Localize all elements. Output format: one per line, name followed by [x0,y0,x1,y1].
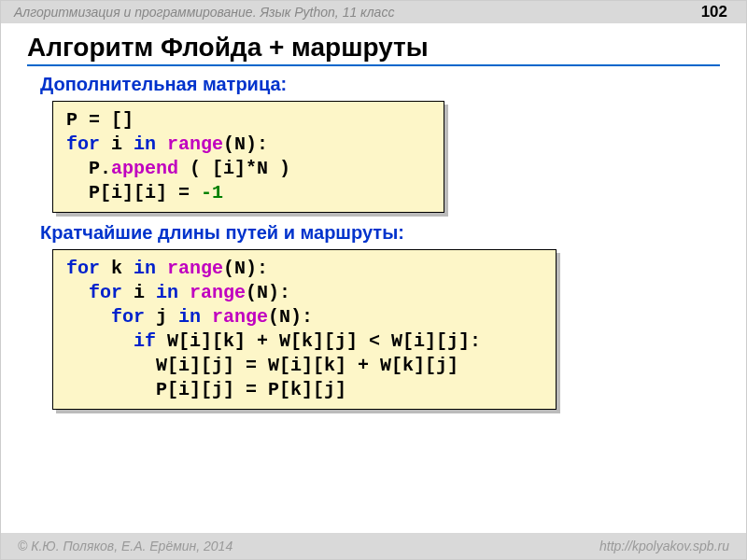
indent [66,306,111,328]
section1-label: Дополнительная матрица: [40,74,746,95]
code-text: P[i][i] = [66,182,201,203]
keyword-for: for [66,133,100,155]
dot: . [100,158,111,179]
code-block-1: P = [] for i in range(N): P.append ( [i]… [52,101,444,213]
footer-bar: © К.Ю. Поляков, Е.А. Ерёмин, 2014 http:/… [1,533,746,559]
func-range: range [212,306,268,328]
footer-authors: © К.Ю. Поляков, Е.А. Ерёмин, 2014 [18,539,233,553]
keyword-for: for [111,306,145,328]
code-text: (N): [268,306,313,328]
code-text [178,282,190,303]
number: -1 [201,182,223,203]
footer-url: http://kpolyakov.spb.ru [599,539,729,553]
code-text: (N): [223,258,268,279]
code-block-2: for k in range(N): for i in range(N): fo… [52,249,557,410]
code-text [201,306,212,328]
code-text: (N): [246,282,290,303]
func-range: range [190,282,246,303]
code-text [156,258,167,279]
keyword-in: in [134,133,156,155]
keyword-for: for [89,282,122,303]
page-number: 102 [701,3,727,21]
code-text: i [122,282,156,303]
code-text: k [100,258,134,279]
code-text: (N): [223,133,268,155]
header-bar: Алгоритмизация и программирование. Язык … [1,1,746,23]
code-block-2-wrap: for k in range(N): for i in range(N): fo… [52,249,557,410]
code-line: P[i][j] = P[k][j] [66,379,346,400]
func-range: range [167,258,223,279]
code-line: P = [] [66,109,134,131]
code-line: W[i][j] = W[i][k] + W[k][j] [66,355,458,376]
func-append: append [111,158,178,179]
slide-title: Алгоритм Флойда + маршруты [27,33,720,66]
indent [66,282,89,303]
keyword-if: if [134,330,156,352]
keyword-in: in [156,282,178,303]
code-text: P [66,158,100,179]
keyword-in: in [178,306,201,328]
keyword-for: for [66,258,100,279]
indent [66,330,134,352]
slide: Алгоритмизация и программирование. Язык … [0,0,747,560]
func-range: range [167,133,223,155]
code-text: W[i][k] + W[k][j] < W[i][j]: [156,330,481,352]
code-text [156,133,167,155]
code-text: i [100,133,134,155]
section2-label: Кратчайшие длины путей и маршруты: [40,222,746,244]
code-text: j [145,306,178,328]
course-title: Алгоритмизация и программирование. Язык … [14,5,394,20]
code-block-1-wrap: P = [] for i in range(N): P.append ( [i]… [52,101,444,213]
code-text: ( [i]*N ) [178,158,290,179]
keyword-in: in [134,258,156,279]
